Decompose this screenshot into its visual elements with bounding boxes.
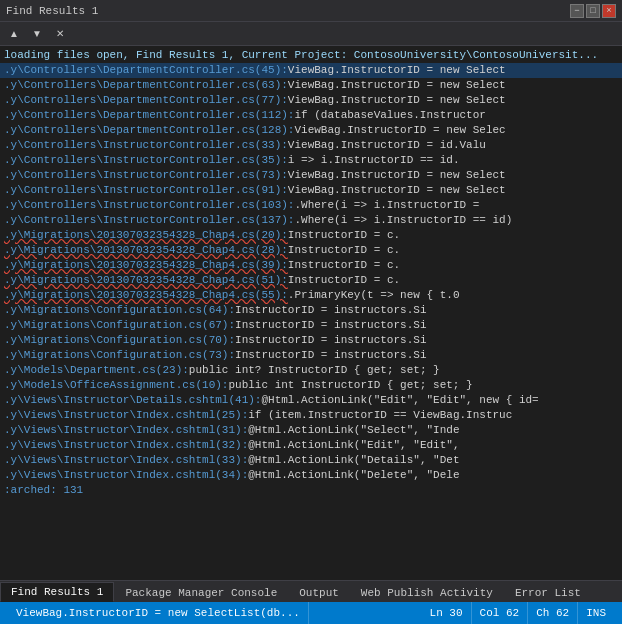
result-content: .PrimaryKey(t => new { t.0	[288, 288, 460, 303]
status-text: ViewBag.InstructorID = new SelectList(db…	[8, 602, 309, 624]
result-content: InstructorID = c.	[288, 273, 400, 288]
results-container: loading files open, Find Results 1, Curr…	[0, 48, 622, 498]
file-path: .y\Migrations\20130703235​4328_Chap4.cs(…	[4, 258, 288, 273]
tab-web-publish[interactable]: Web Publish Activity	[350, 582, 504, 602]
status-ch: Ch 62	[528, 602, 578, 624]
table-row[interactable]: .y\Migrations\20130703235​4328_Chap4.cs(…	[0, 288, 622, 303]
result-content: ViewBag.InstructorID = new Select	[288, 63, 506, 78]
table-row[interactable]: .y\Views\Instructor\Index.cshtml(34): @H…	[0, 468, 622, 483]
status-ln: Ln 30	[422, 602, 472, 624]
result-content: ViewBag.InstructorID = new Select	[288, 183, 506, 198]
restore-button[interactable]: □	[586, 4, 600, 18]
table-row[interactable]: .y\Migrations\Configuration.cs(67): Inst…	[0, 318, 622, 333]
status-col: Col 62	[472, 602, 529, 624]
file-path: .y\Views\Instructor\Index.cshtml(34):	[4, 468, 248, 483]
file-path: .y\Views\Instructor\Index.cshtml(32):	[4, 438, 248, 453]
result-content: ViewBag.InstructorID = id.Valu	[288, 138, 486, 153]
status-bar: ViewBag.InstructorID = new SelectList(db…	[0, 602, 622, 624]
title-bar: Find Results 1 − □ ×	[0, 0, 622, 22]
file-path: .y\Controllers\DepartmentController.cs(1…	[4, 123, 294, 138]
result-content: .Where(i => i.InstructorID =	[294, 198, 479, 213]
table-row[interactable]: :arched: 131	[0, 483, 622, 498]
prev-result-button[interactable]: ▲	[4, 25, 24, 43]
file-path: .y\Views\Instructor\Index.cshtml(25):	[4, 408, 248, 423]
file-path: .y\Migrations\Configuration.cs(67):	[4, 318, 235, 333]
table-row[interactable]: .y\Controllers\InstructorController.cs(1…	[0, 213, 622, 228]
tab-error-list[interactable]: Error List	[504, 582, 592, 602]
result-content: InstructorID = instructors.Si	[235, 318, 426, 333]
result-content: public int InstructorID { get; set; }	[228, 378, 472, 393]
table-row[interactable]: .y\Controllers\InstructorController.cs(9…	[0, 183, 622, 198]
result-content: ViewBag.InstructorID = new Select	[288, 168, 506, 183]
table-row[interactable]: .y\Migrations\20130703235​4328_Chap4.cs(…	[0, 243, 622, 258]
result-content: public int? InstructorID { get; set; }	[189, 363, 440, 378]
file-path: .y\Controllers\InstructorController.cs(3…	[4, 153, 288, 168]
results-area[interactable]: loading files open, Find Results 1, Curr…	[0, 46, 622, 580]
file-path: .y\Migrations\Configuration.cs(64):	[4, 303, 235, 318]
result-content: @Html.ActionLink("Select", "Inde	[248, 423, 459, 438]
table-row[interactable]: .y\Migrations\Configuration.cs(73): Inst…	[0, 348, 622, 363]
table-row[interactable]: .y\Views\Instructor\Index.cshtml(31): @H…	[0, 423, 622, 438]
table-row[interactable]: .y\Controllers\InstructorController.cs(3…	[0, 138, 622, 153]
tab-output[interactable]: Output	[288, 582, 350, 602]
table-row[interactable]: .y\Migrations\Configuration.cs(70): Inst…	[0, 333, 622, 348]
file-path: .y\Controllers\InstructorController.cs(7…	[4, 168, 288, 183]
table-row[interactable]: .y\Controllers\DepartmentController.cs(4…	[0, 63, 622, 78]
table-row[interactable]: .y\Controllers\DepartmentController.cs(1…	[0, 123, 622, 138]
table-row[interactable]: .y\Migrations\20130703235​4328_Chap4.cs(…	[0, 273, 622, 288]
file-path: .y\Models\Department.cs(23):	[4, 363, 189, 378]
file-path: .y\Controllers\InstructorController.cs(1…	[4, 198, 294, 213]
file-path: .y\Views\Instructor\Index.cshtml(31):	[4, 423, 248, 438]
close-button[interactable]: ×	[602, 4, 616, 18]
result-content: InstructorID = c.	[288, 243, 400, 258]
file-path: .y\Migrations\Configuration.cs(70):	[4, 333, 235, 348]
table-row[interactable]: .y\Controllers\DepartmentController.cs(6…	[0, 78, 622, 93]
result-content: .Where(i => i.InstructorID == id)	[294, 213, 512, 228]
table-row[interactable]: .y\Controllers\DepartmentController.cs(7…	[0, 93, 622, 108]
table-row[interactable]: .y\Views\Instructor\Index.cshtml(25): if…	[0, 408, 622, 423]
file-path: .y\Views\Instructor\Details.cshtml(41):	[4, 393, 261, 408]
table-row[interactable]: .y\Controllers\InstructorController.cs(7…	[0, 168, 622, 183]
table-row[interactable]: .y\Controllers\InstructorController.cs(3…	[0, 153, 622, 168]
table-row[interactable]: .y\Models\Department.cs(23): public int?…	[0, 363, 622, 378]
file-path: .y\Controllers\DepartmentController.cs(7…	[4, 93, 288, 108]
file-path: .y\Migrations\20130703235​4328_Chap4.cs(…	[4, 273, 288, 288]
clear-button[interactable]: ✕	[50, 25, 70, 43]
file-path: .y\Migrations\20130703235​4328_Chap4.cs(…	[4, 288, 288, 303]
result-content: @Html.ActionLink("Edit", "Edit",	[248, 438, 459, 453]
result-content: InstructorID = c.	[288, 258, 400, 273]
table-row[interactable]: .y\Migrations\20130703235​4328_Chap4.cs(…	[0, 228, 622, 243]
title-buttons: − □ ×	[570, 4, 616, 18]
title-bar-left: Find Results 1	[6, 5, 98, 17]
result-content: InstructorID = instructors.Si	[235, 303, 426, 318]
next-result-button[interactable]: ▼	[27, 25, 47, 43]
table-row[interactable]: .y\Migrations\20130703235​4328_Chap4.cs(…	[0, 258, 622, 273]
table-row[interactable]: .y\Controllers\InstructorController.cs(1…	[0, 198, 622, 213]
file-path: .y\Controllers\DepartmentController.cs(6…	[4, 78, 288, 93]
table-row[interactable]: .y\Views\Instructor\Details.cshtml(41): …	[0, 393, 622, 408]
result-content: ViewBag.InstructorID = new Select	[288, 93, 506, 108]
file-path: .y\Models\OfficeAssignment.cs(10):	[4, 378, 228, 393]
file-path: .y\Views\Instructor\Index.cshtml(33):	[4, 453, 248, 468]
table-row[interactable]: .y\Views\Instructor\Index.cshtml(32): @H…	[0, 438, 622, 453]
file-path: .y\Migrations\20130703235​4328_Chap4.cs(…	[4, 243, 288, 258]
file-path: .y\Migrations\20130703235​4328_Chap4.cs(…	[4, 228, 288, 243]
file-path: .y\Controllers\DepartmentController.cs(1…	[4, 108, 294, 123]
file-path: .y\Migrations\Configuration.cs(73):	[4, 348, 235, 363]
result-content: InstructorID = instructors.Si	[235, 333, 426, 348]
tab-package-manager[interactable]: Package Manager Console	[114, 582, 288, 602]
table-row[interactable]: .y\Models\OfficeAssignment.cs(10): publi…	[0, 378, 622, 393]
minimize-button[interactable]: −	[570, 4, 584, 18]
result-content: @Html.ActionLink("Delete", "Dele	[248, 468, 459, 483]
result-content: @Html.ActionLink("Details", "Det	[248, 453, 459, 468]
result-content: if (item.InstructorID == ViewBag.Instruc	[248, 408, 512, 423]
toolbar: ▲ ▼ ✕	[0, 22, 622, 46]
result-content: ViewBag.InstructorID = new Select	[288, 78, 506, 93]
result-content: InstructorID = instructors.Si	[235, 348, 426, 363]
table-row[interactable]: .y\Controllers\DepartmentController.cs(1…	[0, 108, 622, 123]
file-path: .y\Controllers\InstructorController.cs(1…	[4, 213, 294, 228]
tab-find-results[interactable]: Find Results 1	[0, 582, 114, 602]
file-path: .y\Controllers\InstructorController.cs(9…	[4, 183, 288, 198]
table-row[interactable]: .y\Migrations\Configuration.cs(64): Inst…	[0, 303, 622, 318]
table-row[interactable]: .y\Views\Instructor\Index.cshtml(33): @H…	[0, 453, 622, 468]
